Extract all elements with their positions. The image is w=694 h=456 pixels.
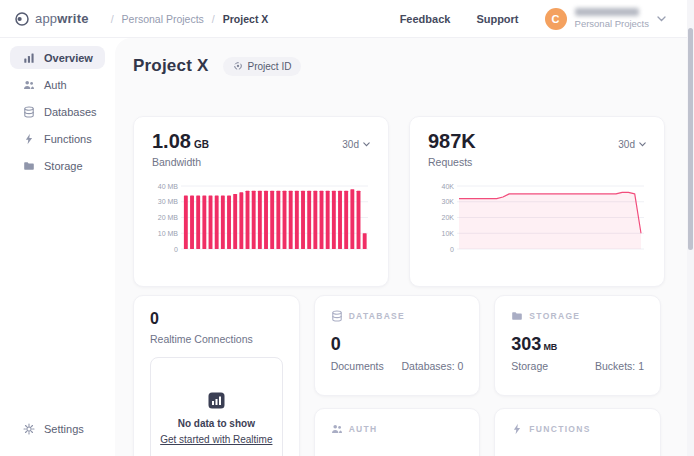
database-card-header[interactable]: DATABASE — [331, 310, 464, 322]
bandwidth-bar-chart: 40 MB30 MB20 MB10 MB0 — [152, 179, 370, 257]
svg-text:10 MB: 10 MB — [158, 230, 179, 237]
bandwidth-card: 1.08 GB 30d Bandwidth 40 MB30 MB20 MB10 … — [133, 116, 389, 287]
auth-card-title: AUTH — [349, 424, 378, 434]
storage-card-header[interactable]: STORAGE — [511, 310, 644, 322]
realtime-empty-state: No data to show Get started with Realtim… — [150, 357, 283, 456]
user-name-blurred — [575, 8, 639, 16]
bandwidth-value: 1.08 — [152, 130, 191, 153]
svg-text:20K: 20K — [442, 214, 455, 221]
storage-label: Storage — [511, 360, 548, 372]
sidebar-item-functions[interactable]: Functions — [10, 127, 105, 150]
feedback-link[interactable]: Feedback — [400, 13, 451, 25]
users-icon — [331, 423, 343, 435]
svg-text:40 MB: 40 MB — [158, 183, 179, 190]
databases-count: Databases: 0 — [401, 360, 463, 372]
functions-card-header[interactable]: FUNCTIONS — [511, 423, 644, 435]
svg-text:0: 0 — [174, 246, 178, 253]
chevron-down-icon — [363, 142, 370, 147]
auth-card: AUTH — [314, 408, 481, 456]
database-icon — [23, 106, 35, 118]
chart-placeholder-icon — [208, 392, 225, 409]
requests-value: 987K — [428, 130, 476, 153]
sidebar-item-auth[interactable]: Auth — [10, 73, 105, 96]
bandwidth-period-select[interactable]: 30d — [342, 139, 370, 150]
appwrite-wordmark: appwrite — [35, 11, 89, 26]
functions-card: FUNCTIONS — [494, 408, 661, 456]
bandwidth-unit: GB — [194, 139, 209, 150]
folder-icon — [511, 310, 523, 322]
database-icon — [331, 310, 343, 322]
sidebar-item-label: Functions — [44, 133, 92, 145]
vertical-scrollbar — [687, 0, 694, 456]
breadcrumb-separator: / — [212, 13, 215, 25]
sidebar: Overview Auth Databases Functions Storag… — [0, 38, 115, 456]
page-title: Project X — [133, 56, 209, 76]
storage-size: 303MB — [511, 334, 644, 355]
documents-label: Documents — [331, 360, 384, 372]
breadcrumb-separator: / — [111, 13, 114, 25]
appwrite-logo-icon — [14, 11, 30, 27]
sidebar-item-label: Settings — [44, 423, 84, 435]
storage-card-title: STORAGE — [529, 311, 580, 321]
database-card: DATABASE 0 Documents Databases: 0 — [314, 295, 481, 396]
svg-text:40K: 40K — [442, 183, 455, 190]
functions-card-title: FUNCTIONS — [529, 424, 590, 434]
lightning-icon — [511, 423, 523, 435]
sidebar-item-label: Databases — [44, 106, 97, 118]
breadcrumb: / Personal Projects / Project X — [111, 13, 269, 25]
realtime-card: 0 Realtime Connections No data to show G… — [133, 295, 300, 456]
folder-icon — [23, 160, 35, 172]
usage-charts-row: 1.08 GB 30d Bandwidth 40 MB30 MB20 MB10 … — [133, 116, 661, 287]
services-grid: DATABASE 0 Documents Databases: 0 STORAG… — [133, 295, 661, 456]
sidebar-footer: Settings — [10, 417, 105, 444]
main-content: Project X Project ID 1.08 GB 30d Bandwid… — [115, 38, 694, 456]
topbar-right: Feedback Support C Personal Projects — [400, 8, 680, 30]
project-id-badge-label: Project ID — [248, 61, 292, 72]
sidebar-item-storage[interactable]: Storage — [10, 154, 105, 177]
breadcrumb-project-x[interactable]: Project X — [223, 13, 269, 25]
appwrite-logo[interactable]: appwrite — [14, 11, 89, 27]
bar-chart-icon — [23, 52, 35, 64]
svg-text:10K: 10K — [442, 230, 455, 237]
svg-text:0: 0 — [450, 246, 454, 253]
sidebar-item-settings[interactable]: Settings — [10, 417, 105, 440]
buckets-count: Buckets: 1 — [595, 360, 644, 372]
project-id-badge[interactable]: Project ID — [223, 57, 302, 76]
users-icon — [23, 79, 35, 91]
database-card-footer: Documents Databases: 0 — [331, 360, 464, 372]
sidebar-item-label: Overview — [44, 52, 93, 64]
avatar: C — [545, 8, 567, 30]
svg-text:30 MB: 30 MB — [158, 198, 179, 205]
realtime-connections-count: 0 — [150, 310, 283, 328]
gear-icon — [23, 423, 35, 435]
requests-value-row: 987K 30d — [428, 130, 646, 153]
bandwidth-label: Bandwidth — [152, 156, 370, 168]
scrollbar-thumb[interactable] — [688, 28, 693, 250]
sidebar-item-databases[interactable]: Databases — [10, 100, 105, 123]
bandwidth-value-row: 1.08 GB 30d — [152, 130, 370, 153]
fingerprint-icon — [233, 61, 243, 71]
requests-label: Requests — [428, 156, 646, 168]
topbar: appwrite / Personal Projects / Project X… — [0, 0, 694, 38]
sidebar-item-overview[interactable]: Overview — [10, 46, 105, 69]
documents-count: 0 — [331, 334, 464, 355]
svg-text:30K: 30K — [442, 198, 455, 205]
user-menu[interactable]: C Personal Projects — [545, 8, 666, 30]
lightning-icon — [23, 133, 35, 145]
sidebar-item-label: Storage — [44, 160, 83, 172]
no-data-text: No data to show — [178, 418, 255, 429]
sidebar-item-label: Auth — [44, 79, 67, 91]
requests-line-chart: 40K30K20K10K0 — [428, 179, 646, 257]
requests-card: 987K 30d Requests 40K30K20K10K0 — [409, 116, 665, 287]
get-started-realtime-link[interactable]: Get started with Realtime — [160, 434, 272, 445]
user-organization: Personal Projects — [575, 18, 649, 29]
requests-period-select[interactable]: 30d — [618, 139, 646, 150]
auth-card-header[interactable]: AUTH — [331, 423, 464, 435]
database-card-title: DATABASE — [349, 311, 405, 321]
support-link[interactable]: Support — [476, 13, 518, 25]
breadcrumb-personal-projects[interactable]: Personal Projects — [122, 13, 204, 25]
chevron-down-icon — [657, 16, 666, 22]
page-head: Project X Project ID — [133, 56, 661, 76]
user-text: Personal Projects — [575, 8, 649, 29]
storage-card: STORAGE 303MB Storage Buckets: 1 — [494, 295, 661, 396]
